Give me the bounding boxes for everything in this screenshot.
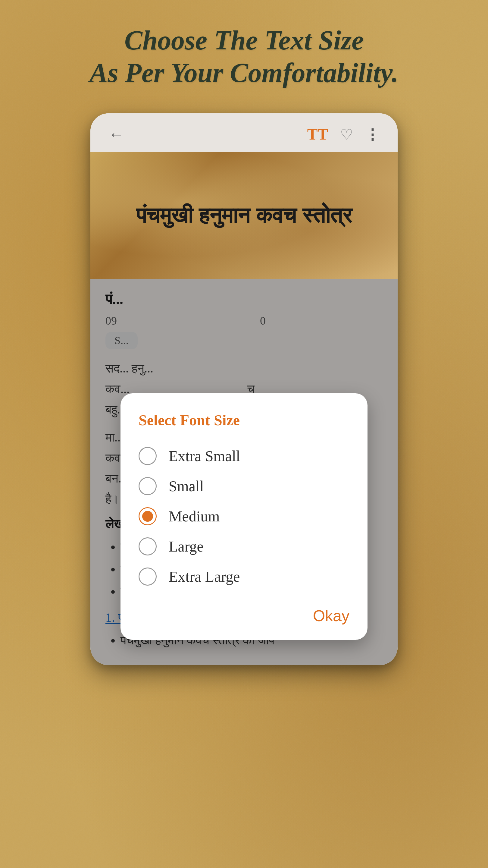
banner-title: पंचमुखी हनुमान कवच स्तोत्र xyxy=(124,201,364,230)
font-label-medium: Medium xyxy=(169,507,220,525)
font-option-extra-large[interactable]: Extra Large xyxy=(138,561,350,592)
font-option-medium[interactable]: Medium xyxy=(138,501,350,531)
font-option-large[interactable]: Large xyxy=(138,531,350,561)
font-label-extra-large: Extra Large xyxy=(169,568,240,585)
font-label-small: Small xyxy=(169,477,204,495)
radio-large[interactable] xyxy=(138,537,157,555)
toolbar: ← TT ♡ ⋮ xyxy=(90,113,398,152)
page-title: Choose The Text Size As Per Your Comfort… xyxy=(90,24,398,89)
article-content: पं... 09 0 S... सद... हनु...कव... चबहु..… xyxy=(90,279,398,665)
radio-small[interactable] xyxy=(138,477,157,495)
font-label-extra-small: Extra Small xyxy=(169,447,240,465)
font-option-small[interactable]: Small xyxy=(138,471,350,501)
modal-footer: Okay xyxy=(138,601,350,625)
radio-medium-inner xyxy=(142,511,153,522)
radio-extra-small[interactable] xyxy=(138,447,157,465)
phone-mockup: ← TT ♡ ⋮ पंचमुखी हनुमान कवच स्तोत्र पं..… xyxy=(90,113,398,665)
font-label-large: Large xyxy=(169,538,204,555)
back-icon[interactable]: ← xyxy=(108,125,124,143)
toolbar-left: ← xyxy=(108,125,124,143)
modal-overlay: Select Font Size Extra Small Small xyxy=(90,279,398,665)
radio-extra-large[interactable] xyxy=(138,567,157,586)
okay-button[interactable]: Okay xyxy=(313,607,350,625)
more-icon[interactable]: ⋮ xyxy=(365,126,380,143)
modal-title: Select Font Size xyxy=(138,411,350,429)
page-header: Choose The Text Size As Per Your Comfort… xyxy=(90,24,398,89)
radio-medium[interactable] xyxy=(138,507,157,525)
text-size-icon[interactable]: TT xyxy=(307,125,328,143)
font-option-extra-small[interactable]: Extra Small xyxy=(138,441,350,471)
modal-dialog: Select Font Size Extra Small Small xyxy=(121,393,367,640)
heart-icon[interactable]: ♡ xyxy=(340,126,353,143)
toolbar-right: TT ♡ ⋮ xyxy=(307,125,380,143)
article-banner: पंचमुखी हनुमान कवच स्तोत्र xyxy=(90,152,398,279)
